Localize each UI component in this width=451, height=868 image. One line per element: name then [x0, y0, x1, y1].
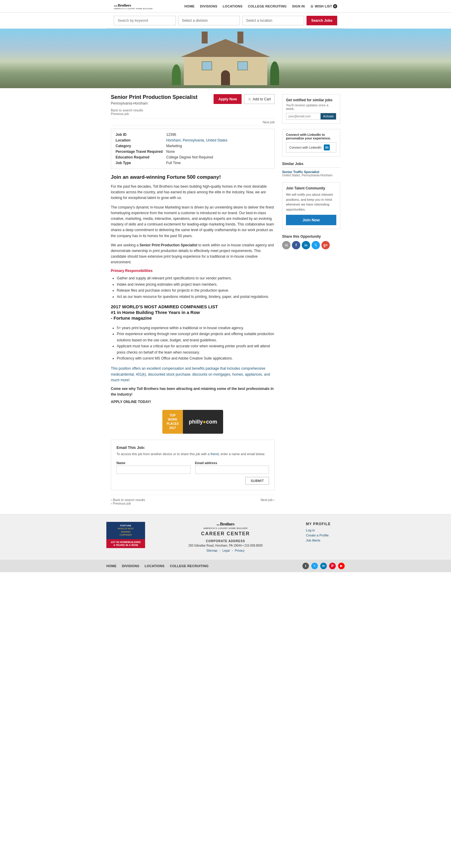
responsibility-item: Gather and supply all relevant print spe…: [117, 275, 275, 281]
social-twitter-icon[interactable]: 𝕏: [311, 563, 318, 569]
footer-locations-link[interactable]: LOCATIONS: [145, 564, 165, 568]
page-content: Senior Print Production Specialist Penns…: [106, 88, 345, 514]
job-id-value: 12396: [166, 132, 176, 137]
apply-now-button[interactable]: Apply Now: [214, 94, 242, 104]
email-field-group: Email address: [195, 461, 269, 474]
previous-job-bottom[interactable]: ‹ Previous job: [111, 502, 131, 505]
email-job-heading: Email This Job:: [117, 445, 269, 450]
job-id-label: Job ID: [116, 132, 163, 137]
submit-button[interactable]: SUBMIT: [245, 477, 269, 485]
talent-text: We will notify you about relevant positi…: [286, 192, 336, 212]
footer-address-label: CORPORATE ADDRESS: [152, 539, 299, 543]
next-job-bottom[interactable]: Next job ›: [261, 498, 275, 505]
search-location-select[interactable]: Select a location: [242, 16, 304, 25]
job-action-buttons: Apply Now ☆ Add to Cart: [214, 94, 275, 104]
sitemap-link[interactable]: Sitemap: [206, 549, 217, 552]
location-value: Horsham, Pennsylvania, United States: [166, 138, 227, 143]
email-address-input[interactable]: [195, 466, 269, 474]
job-title: Senior Print Production Specialist: [111, 94, 198, 100]
back-to-search-link[interactable]: Back to search results: [111, 108, 143, 112]
share-twitter-icon[interactable]: 𝕏: [311, 241, 320, 249]
job-content-area: Senior Print Production Specialist Penns…: [111, 94, 275, 508]
footer-create-profile-link[interactable]: Create a Profile: [306, 533, 345, 537]
location-row: Location Horsham, Pennsylvania, United S…: [116, 138, 270, 143]
requirement-item: Proficiency with current MS Office and A…: [117, 355, 275, 361]
footer-login-link[interactable]: Log in: [306, 528, 345, 532]
search-jobs-button[interactable]: Search Jobs: [306, 16, 337, 25]
footer-college-recruiting-link[interactable]: COLLEGE RECRUITING: [170, 564, 209, 568]
talent-heading: Join Talent Community: [286, 186, 336, 190]
location-label: Location: [116, 138, 163, 143]
job-paragraph-3: We are seeking a Senior Print Production…: [111, 243, 275, 266]
social-linkedin-icon[interactable]: in: [320, 563, 327, 569]
footer-home-link[interactable]: HOME: [106, 564, 117, 568]
fortune-section: 2017 WORLD'S MOST ADMIRED COMPANIES LIST…: [111, 304, 275, 320]
job-paragraph-1: For the past five decades, Toll Brothers…: [111, 184, 275, 201]
talent-community-section: Join Talent Community We will notify you…: [282, 182, 340, 229]
nav-wish-list[interactable]: ☆ WISH LIST 0: [310, 4, 337, 9]
email-job-section: Email This Job: To access this job from …: [111, 440, 275, 490]
share-email-icon[interactable]: ✉: [282, 241, 291, 249]
next-job-link-top[interactable]: Next job: [263, 120, 275, 124]
notify-email-input[interactable]: [286, 113, 321, 119]
footer-divisions-link[interactable]: DIVISIONS: [122, 564, 139, 568]
responsibilities-heading: Primary Responsibilities: [111, 269, 275, 273]
twp-dark-section: philly●com: [183, 410, 223, 434]
join-now-button[interactable]: Join Now: [286, 215, 336, 225]
job-paragraph-2: The company's dynamic in-house Marketing…: [111, 205, 275, 239]
footer-address-line1: 250 Gibraltar Road, Horsham, PA 19044 • …: [152, 544, 299, 547]
job-headline: Join an award-winning Fortune 500 compan…: [111, 174, 275, 180]
notify-section: Get notified for similar jobs You'll rec…: [282, 94, 340, 124]
star-empty-icon: ☆: [248, 97, 251, 101]
activate-button[interactable]: Activate: [321, 113, 336, 119]
travel-row: Percentage Travel Required None: [116, 150, 270, 154]
nav-sign-in[interactable]: SIGN IN: [292, 4, 305, 8]
similar-job-item: Senior Traffic Specialist United States,…: [282, 170, 340, 177]
nav-college-recruiting[interactable]: COLLEGE RECRUITING: [248, 4, 287, 8]
benefits-paragraph: This position offers an excellent compen…: [111, 366, 275, 383]
email-form: Name Email address: [117, 461, 269, 474]
privacy-link[interactable]: Privacy: [235, 549, 245, 552]
add-to-cart-button[interactable]: ☆ Add to Cart: [244, 94, 275, 104]
paragraph3-bold: Senior Print Production Specialist: [140, 243, 198, 247]
similar-job-title[interactable]: Senior Traffic Specialist: [282, 170, 340, 174]
logo: Toll Brothers AMERICA'S LUXURY HOME BUIL…: [114, 3, 153, 9]
footer-logo-sub: AMERICA'S LUXURY HOME BUILDER: [152, 527, 299, 529]
footer-job-alerts-link[interactable]: Job Alerts: [306, 538, 345, 542]
linkedin-heading: Connect with LinkedIn to personalize you…: [286, 133, 336, 140]
star-icon: ☆: [310, 4, 314, 9]
logo-subtitle: AMERICA'S LUXURY HOME BUILDER: [114, 8, 153, 9]
share-linkedin-icon[interactable]: in: [302, 241, 310, 249]
social-pinterest-icon[interactable]: P: [329, 563, 336, 569]
share-link[interactable]: friend: [211, 452, 219, 456]
wish-count: 0: [333, 4, 337, 8]
job-location: Pennsylvania-Horsham: [111, 101, 198, 105]
nav-home[interactable]: HOME: [184, 4, 194, 8]
previous-job-link[interactable]: Previous job: [111, 112, 129, 116]
fortune-heading-2: #1 in Home Building Three Years in a Row: [111, 310, 275, 315]
name-input[interactable]: [117, 466, 191, 474]
back-to-search-bottom[interactable]: ‹ Back to search results: [111, 498, 145, 502]
share-icons-row: ✉ f in 𝕏 g+: [282, 241, 340, 249]
legal-link[interactable]: Legal: [222, 549, 230, 552]
share-facebook-icon[interactable]: f: [292, 241, 300, 249]
footer-fortune-years: 4 YEARS IN A ROW: [109, 544, 142, 547]
cta-paragraph: Come see why Toll Brothers has been attr…: [111, 386, 275, 397]
nav-divisions[interactable]: DIVISIONS: [200, 4, 217, 8]
nav-locations[interactable]: LOCATIONS: [223, 4, 243, 8]
footer-my-profile: MY PROFILE Log in Create a Profile Job A…: [306, 522, 345, 542]
social-youtube-icon[interactable]: ▶: [338, 563, 345, 569]
linkedin-connect-button[interactable]: Connect with LinkedIn in: [286, 143, 336, 153]
category-label: Category: [116, 144, 163, 148]
name-field-group: Name: [117, 461, 191, 474]
search-division-select[interactable]: Select a division: [178, 16, 240, 25]
share-google-icon[interactable]: g+: [322, 241, 330, 249]
sidebar: Get notified for similar jobs You'll rec…: [282, 94, 340, 508]
social-facebook-icon[interactable]: f: [302, 563, 309, 569]
search-keyword-input[interactable]: [114, 16, 176, 25]
education-value: College Degree Not Required: [166, 155, 213, 159]
requirement-item: Applicant must have a critical eye for a…: [117, 343, 275, 355]
footer-social-icons: f 𝕏 in P ▶: [302, 563, 345, 569]
main-nav: HOME DIVISIONS LOCATIONS COLLEGE RECRUIT…: [184, 4, 337, 9]
name-label: Name: [117, 461, 191, 465]
